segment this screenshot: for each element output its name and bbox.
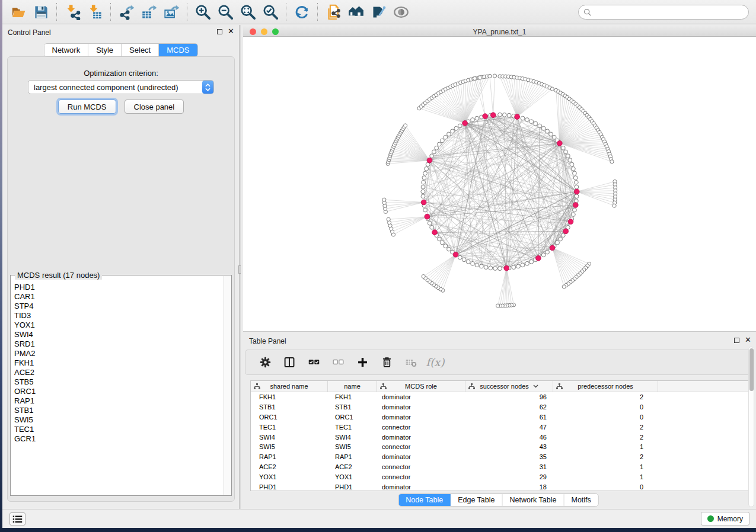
export-table-button[interactable] — [138, 2, 160, 22]
table-scrollbar[interactable] — [748, 347, 754, 507]
apply-function-button[interactable]: f(x) — [426, 354, 444, 371]
mcds-result-item[interactable]: SWI4 — [11, 330, 224, 339]
table-cell[interactable]: dominator — [377, 482, 465, 492]
mcds-result-item[interactable]: PMA2 — [11, 349, 224, 358]
table-cell[interactable]: YOX1 — [251, 472, 328, 482]
float-table-panel-icon[interactable] — [734, 338, 739, 343]
table-cell[interactable]: dominator — [377, 452, 465, 462]
table-cell[interactable]: 62 — [465, 402, 553, 412]
table-cell[interactable]: STB1 — [251, 402, 328, 412]
table-cell[interactable]: RAP1 — [328, 452, 377, 462]
column-header-name[interactable]: name — [328, 381, 377, 392]
table-cell[interactable]: 2 — [553, 422, 658, 432]
mcds-result-item[interactable]: YOX1 — [11, 321, 224, 330]
table-row[interactable]: YOX1YOX1connector291 — [251, 472, 748, 482]
table-cell[interactable]: 46 — [465, 432, 553, 442]
table-row[interactable]: SWI5SWI5connector431 — [251, 442, 748, 452]
deselect-all-checkboxes-button[interactable] — [329, 354, 347, 371]
mcds-result-item[interactable]: PHD1 — [11, 283, 224, 292]
table-cell[interactable]: 2 — [553, 432, 658, 442]
float-panel-icon[interactable] — [217, 29, 222, 34]
new-network-from-file-button[interactable] — [322, 2, 344, 22]
tab-network[interactable]: Network — [44, 44, 88, 56]
table-cell[interactable]: 0 — [553, 412, 658, 422]
table-row[interactable]: PHD1PHD1dominator180 — [251, 482, 748, 492]
tab-node-table[interactable]: Node Table — [398, 494, 451, 506]
tab-select[interactable]: Select — [122, 44, 159, 56]
table-cell[interactable]: connector — [377, 462, 465, 472]
column-header-shared-name[interactable]: shared name — [251, 381, 328, 392]
table-cell[interactable]: 29 — [465, 472, 553, 482]
table-cell[interactable]: FKH1 — [328, 392, 377, 402]
table-cell[interactable]: dominator — [377, 402, 465, 412]
close-table-panel-icon[interactable]: ✕ — [745, 337, 751, 343]
table-scroll-thumb[interactable] — [749, 348, 754, 391]
network-canvas[interactable] — [243, 37, 756, 331]
export-image-button[interactable] — [160, 2, 183, 22]
mcds-result-item[interactable]: RAP1 — [11, 396, 224, 406]
memory-button[interactable]: Memory — [701, 512, 749, 525]
column-header-predecessor-nodes[interactable]: predecessor nodes — [553, 381, 658, 392]
table-row[interactable]: FKH1FKH1dominator962 — [251, 392, 748, 402]
search-input[interactable] — [592, 7, 748, 18]
home-button[interactable] — [344, 2, 367, 22]
zoom-fit-button[interactable] — [237, 2, 259, 22]
add-column-button[interactable] — [353, 354, 371, 371]
show-column-button[interactable] — [280, 354, 298, 371]
table-cell[interactable]: PHD1 — [251, 482, 328, 492]
table-row[interactable]: RAP1RAP1dominator352 — [251, 452, 748, 462]
table-cell[interactable]: 1 — [553, 462, 658, 472]
tab-style[interactable]: Style — [88, 44, 122, 56]
table-cell[interactable]: 2 — [553, 452, 658, 462]
delete-table-button[interactable] — [402, 354, 420, 371]
hide-annotations-button[interactable] — [367, 2, 390, 22]
table-cell[interactable]: SWI5 — [328, 442, 377, 452]
table-cell[interactable]: 43 — [465, 442, 553, 452]
delete-column-button[interactable] — [378, 354, 395, 371]
table-cell[interactable]: 47 — [465, 422, 553, 432]
criterion-dropdown[interactable]: largest connected component (undirected) — [28, 80, 214, 94]
table-cell[interactable]: connector — [377, 422, 465, 432]
select-all-checkboxes-button[interactable] — [305, 354, 323, 371]
mcds-result-item[interactable]: TID3 — [11, 311, 224, 321]
table-row[interactable]: STB1STB1dominator620 — [251, 402, 748, 412]
mcds-result-item[interactable]: ORC1 — [11, 387, 224, 396]
table-cell[interactable]: 0 — [553, 482, 658, 492]
task-history-button[interactable] — [9, 512, 25, 525]
import-table-button[interactable] — [84, 2, 106, 22]
mcds-result-item[interactable]: GCR1 — [11, 434, 224, 444]
table-cell[interactable]: STB1 — [328, 402, 377, 412]
zoom-out-button[interactable] — [214, 2, 237, 22]
mcds-result-item[interactable]: STB5 — [11, 377, 224, 387]
table-cell[interactable]: ACE2 — [251, 462, 328, 472]
mcds-result-item[interactable]: SRD1 — [11, 339, 224, 349]
tab-motifs[interactable]: Motifs — [564, 494, 598, 506]
table-cell[interactable]: 2 — [553, 392, 658, 402]
mcds-result-item[interactable]: SWI5 — [11, 415, 224, 425]
table-cell[interactable]: SWI5 — [251, 442, 328, 452]
table-cell[interactable]: ORC1 — [251, 412, 328, 422]
table-cell[interactable]: 61 — [465, 412, 553, 422]
column-header-successor-nodes[interactable]: successor nodes — [465, 381, 553, 392]
zoom-in-button[interactable] — [192, 2, 214, 22]
table-cell[interactable]: 0 — [553, 402, 658, 412]
table-cell[interactable]: TEC1 — [251, 422, 328, 432]
table-row[interactable]: TEC1TEC1connector472 — [251, 422, 748, 432]
mcds-result-item[interactable]: STP4 — [11, 302, 224, 311]
search-box[interactable] — [578, 5, 749, 20]
table-row[interactable]: ACE2ACE2connector311 — [251, 462, 748, 472]
show-hide-graphics-button[interactable] — [390, 2, 412, 22]
table-cell[interactable]: connector — [377, 442, 465, 452]
save-session-button[interactable] — [30, 2, 52, 22]
table-cell[interactable]: dominator — [377, 412, 465, 422]
mcds-result-item[interactable]: STB1 — [11, 406, 224, 415]
table-cell[interactable]: 18 — [465, 482, 553, 492]
run-mcds-button[interactable]: Run MCDS — [58, 100, 116, 114]
tab-mcds[interactable]: MCDS — [159, 44, 197, 56]
table-cell[interactable]: 1 — [553, 442, 658, 452]
table-cell[interactable]: PHD1 — [328, 482, 377, 492]
table-cell[interactable]: SWI4 — [328, 432, 377, 442]
table-cell[interactable]: 31 — [465, 462, 553, 472]
tab-edge-table[interactable]: Edge Table — [451, 494, 502, 506]
export-network-button[interactable] — [115, 2, 138, 22]
